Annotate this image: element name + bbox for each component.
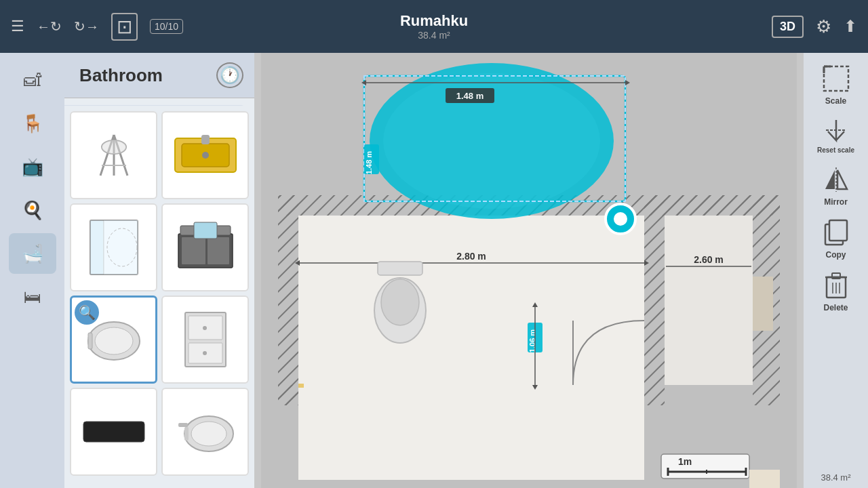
svg-rect-84 [298, 384, 304, 388]
item-black-mat[interactable] [70, 388, 157, 476]
svg-text:1.48 m: 1.48 m [456, 91, 484, 101]
svg-rect-51 [644, 195, 665, 405]
cat-bath[interactable]: 🛁 [9, 233, 56, 274]
item-vanity[interactable] [161, 203, 249, 291]
svg-point-8 [202, 152, 209, 159]
svg-rect-39 [829, 220, 847, 241]
3d-button[interactable]: 3D [772, 16, 804, 38]
svg-point-20 [95, 327, 133, 354]
cat-kitchen[interactable]: 🍳 [9, 190, 56, 230]
svg-marker-35 [825, 170, 835, 189]
svg-rect-53 [644, 195, 780, 216]
svg-rect-88 [661, 454, 749, 479]
svg-rect-16 [208, 237, 229, 264]
item-shower-cabin[interactable] [70, 203, 157, 291]
svg-rect-56 [298, 385, 644, 480]
mirror-icon [823, 165, 850, 195]
panel-title: Bathroom [79, 65, 163, 86]
svg-rect-9 [201, 135, 210, 144]
settings-icon[interactable]: ⚙ [816, 16, 831, 37]
cat-bed[interactable]: 🛏 [9, 277, 56, 317]
svg-rect-50 [278, 195, 298, 405]
item-cabinet[interactable] [161, 296, 249, 384]
history-icon[interactable]: 🕐 [216, 62, 243, 88]
delete-icon [823, 270, 850, 300]
svg-rect-85 [753, 277, 773, 331]
svg-rect-30 [184, 427, 189, 441]
svg-text:1m: 1m [678, 456, 692, 467]
toolbar-right: 3D ⚙ ⬆ [772, 16, 857, 38]
reset-scale-icon [823, 117, 850, 144]
svg-rect-31 [178, 423, 188, 427]
menu-icon[interactable]: ☰ [11, 18, 24, 35]
svg-point-4 [102, 140, 126, 154]
svg-point-26 [203, 351, 207, 355]
app-title: Rumahku [400, 12, 468, 30]
item-bathtub2[interactable] [161, 388, 249, 476]
upload-icon[interactable]: ⬆ [844, 17, 857, 36]
svg-marker-94 [749, 470, 780, 488]
floor-plan: 1.48 m 1.48 m 2.80 m 1.06 m [254, 53, 804, 488]
app-subtitle: 38.4 m² [400, 30, 468, 41]
item-washstand[interactable] [70, 111, 157, 199]
right-panel: Scale Reset scale Mirror Copy [804, 53, 868, 488]
svg-rect-54 [298, 216, 644, 385]
scale-label: Scale [825, 96, 846, 106]
svg-rect-21 [88, 333, 92, 349]
delete-label: Delete [823, 303, 848, 312]
dimension-icon[interactable]: 10/10 [150, 19, 183, 34]
svg-rect-15 [182, 237, 205, 264]
svg-rect-18 [194, 222, 217, 239]
svg-rect-77 [378, 262, 422, 275]
toolbar-left: ☰ ←↻ ↻→ ⊡ 10/10 [11, 13, 183, 41]
cat-tv[interactable]: 📺 [9, 146, 56, 187]
svg-point-76 [381, 279, 419, 325]
redo-icon[interactable]: ↻→ [74, 18, 99, 35]
item-bathtub[interactable]: 🔍 [70, 296, 157, 384]
scale-button[interactable]: Scale [807, 60, 865, 110]
copy-label: Copy [826, 250, 846, 260]
copy-button[interactable]: Copy [807, 214, 865, 264]
reset-scale-button[interactable]: Reset scale [807, 113, 865, 158]
area-label: 38.4 m² [804, 472, 868, 483]
svg-rect-32 [824, 66, 848, 91]
svg-rect-11 [90, 220, 104, 274]
svg-text:2.80 m: 2.80 m [456, 251, 486, 262]
category-icons: 🛋 🪑 📺 🍳 🛁 🛏 [0, 53, 64, 488]
copy-icon [823, 218, 850, 247]
reset-scale-label: Reset scale [817, 146, 854, 154]
undo-icon[interactable]: ←↻ [37, 18, 62, 35]
toolbar-center: Rumahku 38.4 m² [400, 12, 468, 41]
scale-icon [821, 64, 851, 94]
canvas-area[interactable]: 1.48 m 1.48 m 2.80 m 1.06 m [254, 53, 804, 488]
svg-point-70 [614, 212, 627, 226]
mirror-button[interactable]: Mirror [807, 161, 865, 211]
cat-chair[interactable]: 🪑 [9, 103, 56, 144]
svg-text:2.60 m: 2.60 m [694, 254, 724, 265]
svg-point-29 [191, 422, 226, 446]
toolbar: ☰ ←↻ ↻→ ⊡ 10/10 Rumahku 38.4 m² 3D ⚙ ⬆ [0, 0, 868, 53]
svg-rect-55 [665, 216, 753, 385]
item-sink-yellow[interactable] [161, 111, 249, 199]
cat-sofa[interactable]: 🛋 [9, 60, 56, 100]
mirror-label: Mirror [824, 197, 848, 207]
snap-icon[interactable]: ⊡ [111, 13, 138, 41]
svg-rect-27 [83, 422, 144, 442]
delete-button[interactable]: Delete [807, 266, 865, 317]
svg-text:1.48 m: 1.48 m [365, 151, 373, 174]
svg-marker-36 [837, 170, 847, 189]
items-grid: 🔍 [64, 106, 254, 488]
svg-point-25 [203, 326, 207, 330]
